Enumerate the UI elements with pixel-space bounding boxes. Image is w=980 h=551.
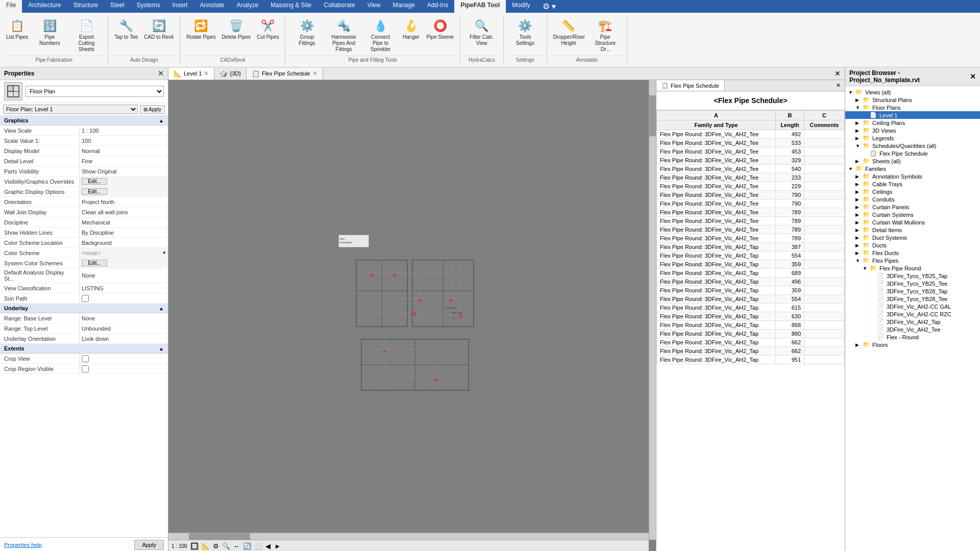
extents-collapse-icon[interactable]: ▲ [159,346,164,352]
tab-structure[interactable]: Structure [67,0,104,13]
crop-view-value[interactable] [79,354,168,363]
floor-plan-view[interactable]: Infra Consultant [168,80,656,551]
view-bottom-icon7[interactable]: ⬜ [254,542,262,550]
browser-tree-item[interactable]: ▼ 📁 Floor Plans [845,104,980,111]
view-bottom-icon4[interactable]: 🔍 [222,542,230,550]
tab-modify[interactable]: Modify [506,0,536,13]
underlay-collapse-icon[interactable]: ▲ [159,306,164,311]
tab-collaborate[interactable]: Collaborate [317,0,361,13]
browser-tree-item[interactable]: ▶ 📁 Sheets (all) [845,157,980,165]
sun-path-checkbox[interactable] [82,295,89,302]
edit-type-button[interactable]: ⊞ Apply [140,105,165,114]
schedule-panel-close[interactable]: ✕ [834,80,843,91]
browser-tree-item[interactable]: ▶ 📁 Curtain Panels [845,203,980,211]
tap-to-tee-button[interactable]: 🔧 Tap to Tee [111,16,141,42]
list-pipes-button[interactable]: 📋 List Pipes [3,16,31,42]
browser-tree-item[interactable]: ▶ 📁 3D Views [845,127,980,134]
browser-tree-item[interactable]: ▶ 📁 Floors [845,341,980,348]
browser-tree-item[interactable]: ▶ 📁 Cable Trays [845,180,980,188]
vertical-scrollbar[interactable] [649,80,656,540]
browser-tree-item[interactable]: ▼ 📁 Schedules/Quantities (all) [845,142,980,149]
crop-region-visible-checkbox[interactable] [82,365,89,372]
sun-path-value[interactable] [79,293,168,303]
browser-tree-item[interactable]: 📋 Flex Pipe Schedule [845,149,980,157]
pipe-numbers-button[interactable]: 🔢 Pipe Numbers [31,16,68,48]
filter-calc-button[interactable]: 🔍 Filter Calc. View [463,16,500,48]
tab-view[interactable]: View [361,0,387,13]
tab-pipefab[interactable]: PipeFAB Tool [454,0,506,13]
browser-tree-item[interactable]: 📄 3DFire_Tyco_YB25_Tap [845,272,980,280]
browser-tree-item[interactable]: 📄 3DFire_Vic_AH2_Tee [845,325,980,333]
visibility-graphics-btn[interactable]: Edit... [79,177,168,186]
properties-close-button[interactable]: ✕ [158,69,164,78]
browser-tree-item[interactable]: 📄 3DFire_Tyco_YB25_Tee [845,280,980,287]
browser-tree-item[interactable]: ▶ 📁 Conduits [845,195,980,203]
browser-tree-item[interactable]: ▶ 📁 Curtain Wall Mullions [845,218,980,226]
view-bottom-icon8[interactable]: ◀ [265,542,271,550]
tab-addins[interactable]: Add-Ins [421,0,454,13]
dropper-riser-button[interactable]: 📏 Dropper/Riser Height [550,16,587,48]
view-bottom-icon1[interactable]: 🔲 [190,542,199,550]
rotate-pipes-button[interactable]: 🔁 Rotate Pipes [183,16,218,42]
floor-plan-type-dropdown[interactable]: Floor Plan [26,86,164,97]
browser-tree-item[interactable]: ▼ 📁 Flex Pipes [845,257,980,264]
browser-tree-item[interactable]: ▼ 📁 Flex Pipe Round [845,264,980,272]
browser-tree-item[interactable]: 📄 Level 1 [845,111,980,119]
browser-close-button[interactable]: ✕ [970,72,976,81]
tab-insert[interactable]: Insert [166,0,193,13]
system-color-btn[interactable]: Edit... [79,258,168,268]
delete-pipes-button[interactable]: 🗑️ Delete Pipes [218,16,254,42]
tab-3d[interactable]: 🎲 {3D} [214,68,246,80]
properties-help-link[interactable]: Properties help [4,542,42,548]
view-name-dropdown[interactable]: Floor Plan: Level 1 [3,105,138,114]
browser-tree-item[interactable]: ▶ 📁 Structural Plans [845,96,980,104]
cad-to-revit-button[interactable]: 🔄 CAD to Revit [141,16,177,42]
view-bottom-icon5[interactable]: ↔ [233,542,240,550]
system-color-edit[interactable]: Edit... [82,260,107,266]
flex-schedule-tab-close[interactable]: ✕ [312,70,317,77]
vertical-scroll-thumb[interactable] [649,95,656,136]
connect-pipe-button[interactable]: 💧 Connect Pipe to Sprinkler [362,16,399,55]
pipe-sleeve-button[interactable]: ⭕ Pipe Sleeve [423,16,456,42]
browser-tree-item[interactable]: 📄 3DFire_Vic_AH2-CC RZC [845,310,980,318]
level1-tab-close[interactable]: ✕ [204,70,209,77]
browser-tree-item[interactable]: ▶ 📁 Curtain Systems [845,211,980,218]
browser-tree-item[interactable]: ▶ 📁 Ceiling Plans [845,119,980,127]
graphic-display-btn[interactable]: Edit... [79,187,168,196]
tab-manage[interactable]: Manage [386,0,421,13]
view-bottom-icon2[interactable]: 📐 [202,542,210,550]
tab-level1[interactable]: 📐 Level 1 ✕ [168,68,214,80]
graphics-collapse-icon[interactable]: ▲ [159,118,164,123]
tab-analyze[interactable]: Analyze [231,0,265,13]
browser-tree-item[interactable]: 📄 Flex - Round [845,333,980,341]
browser-tree-item[interactable]: 📄 3DFire_Tyco_YB28_Tap [845,287,980,295]
browser-tree-item[interactable]: ▼ 📁 Views (all) [845,88,980,96]
crop-view-checkbox[interactable] [82,355,89,362]
browser-tree-item[interactable]: 📄 3DFire_Vic_AH2-CC GAL [845,303,980,310]
tab-architecture[interactable]: Architecture [22,0,67,13]
tools-settings-button[interactable]: ⚙️ Tools Settings [507,16,544,48]
panel-section-graphics[interactable]: Graphics ▲ [0,116,168,126]
color-scheme-dropdown-arrow[interactable]: ▾ [163,249,166,256]
cut-pipes-button[interactable]: ✂️ Cut Pipes [254,16,282,42]
tab-context[interactable]: ⚙ ▾ [536,0,562,13]
browser-tree-item[interactable]: ▶ 📁 Flex Ducts [845,249,980,257]
flex-schedule-tab[interactable]: 📋 Flex Pipe Schedule [656,80,725,91]
browser-tree-item[interactable]: ▼ 📁 Families [845,165,980,172]
graphic-display-edit[interactable]: Edit... [82,188,107,195]
tab-file[interactable]: File [0,0,22,13]
tab-massing[interactable]: Massing & Site [264,0,317,13]
export-cutting-button[interactable]: 📄 Export Cutting Sheets [68,16,105,55]
browser-tree-item[interactable]: ▶ 📁 Ceilings [845,188,980,195]
browser-tree-item[interactable]: ▶ 📁 Annotation Symbols [845,172,980,180]
tab-annotate[interactable]: Annotate [193,0,230,13]
tab-steel[interactable]: Steel [104,0,130,13]
browser-tree-item[interactable]: ▶ 📁 Legends [845,134,980,142]
view-nav-forward[interactable]: ▶ [276,543,280,549]
browser-tree-item[interactable]: 📄 3DFire_Vic_AH2_Tap [845,318,980,325]
group-fittings-button[interactable]: ⚙️ Group Fittings [288,16,325,48]
panel-section-underlay[interactable]: Underlay ▲ [0,304,168,313]
visibility-graphics-edit[interactable]: Edit... [82,178,107,185]
pipe-structure-button[interactable]: 🏗️ Pipe Structure Dr... [587,16,624,55]
view-bottom-icon3[interactable]: ⚙ [213,542,219,550]
